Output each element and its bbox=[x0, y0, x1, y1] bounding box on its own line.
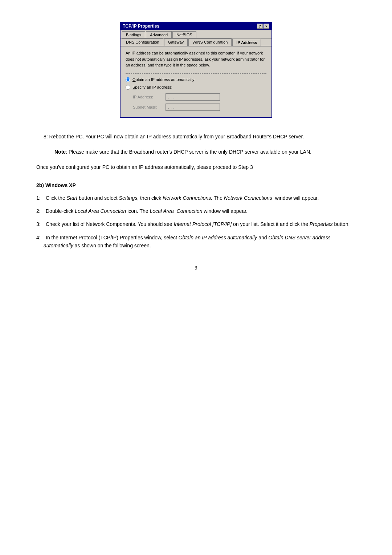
note-label: Note bbox=[54, 149, 66, 155]
subnet-mask-row: Subnet Mask: . . . bbox=[133, 104, 266, 111]
ip-dot3: . bbox=[173, 95, 174, 99]
dialog-container: TCP/IP Properties ? × Bindings Advanced … bbox=[29, 22, 363, 118]
tab-dns-configuration[interactable]: DNS Configuration bbox=[122, 39, 163, 46]
radio-specify-label: Specify an IP address: bbox=[132, 85, 172, 89]
note-paragraph: Note: Please make sure that the Broadban… bbox=[54, 148, 356, 156]
italic-local-area-connection: Local Area Connection bbox=[75, 208, 126, 214]
ip-address-input[interactable]: . . . bbox=[166, 93, 220, 101]
subnet-mask-input[interactable]: . . . bbox=[166, 104, 220, 111]
tab-advanced[interactable]: Advanced bbox=[146, 31, 172, 38]
radio-auto-rest: btain an IP address automatically bbox=[136, 77, 195, 82]
item-4-num: 4: bbox=[36, 234, 41, 242]
subnet-dot3: . bbox=[173, 105, 174, 109]
radio-auto[interactable] bbox=[126, 77, 130, 82]
item-2-content: Double-click Local Area Connection icon.… bbox=[44, 208, 248, 214]
italic-nc-window: Network Connections bbox=[224, 195, 272, 201]
radio-specify-rest: pecify an IP address: bbox=[135, 85, 172, 89]
proceed-text: Once you've configured your PC to obtain… bbox=[36, 163, 356, 171]
horizontal-rule bbox=[29, 261, 363, 261]
step-8-number: 8: bbox=[44, 134, 48, 139]
dialog-description: An IP address can be automatically assig… bbox=[126, 50, 266, 68]
instruction-item-3: 3: Check your list of Network Components… bbox=[36, 220, 356, 228]
ip-address-label: IP Address: bbox=[133, 95, 166, 99]
ip-dot1: . bbox=[168, 95, 169, 99]
help-button[interactable]: ? bbox=[257, 24, 263, 29]
tabs-row2: DNS Configuration Gateway WINS Configura… bbox=[121, 39, 271, 46]
instruction-item-2: 2: Double-click Local Area Connection ic… bbox=[36, 207, 356, 215]
tab-bindings[interactable]: Bindings bbox=[122, 31, 145, 38]
italic-obtain-ip: Obtain an IP address automatically bbox=[179, 235, 257, 240]
instruction-item-4: 4: In the Internet Protocol (TCP/IP) Pro… bbox=[36, 234, 356, 250]
item-3-content: Check your list of Network Components. Y… bbox=[44, 221, 350, 227]
close-button[interactable]: × bbox=[264, 24, 269, 29]
italic-internet-protocol: Internet Protocol [TCP/IP] bbox=[174, 221, 232, 227]
subnet-mask-label: Subnet Mask: bbox=[133, 105, 166, 109]
separator bbox=[126, 73, 266, 74]
item-3-num: 3: bbox=[36, 220, 41, 228]
radio-specify-option: Specify an IP address: bbox=[126, 85, 266, 90]
step-8-block: 8: Reboot the PC. Your PC will now obtai… bbox=[36, 133, 356, 141]
tcpip-dialog: TCP/IP Properties ? × Bindings Advanced … bbox=[120, 22, 272, 118]
tab-wins-configuration[interactable]: WINS Configuration bbox=[188, 39, 232, 46]
subnet-dot2: . bbox=[171, 105, 172, 109]
italic-start: Start bbox=[67, 195, 78, 201]
tabs-row1: Bindings Advanced NetBIOS bbox=[121, 30, 271, 39]
radio-auto-option: Obtain an IP address automatically bbox=[126, 77, 266, 82]
main-content: 8: Reboot the PC. Your PC will now obtai… bbox=[29, 133, 363, 250]
dialog-title: TCP/IP Properties bbox=[123, 24, 159, 29]
note-text: : Please make sure that the Broadband ro… bbox=[66, 149, 311, 155]
tab-ip-address[interactable]: IP Address bbox=[232, 39, 261, 46]
note-block: Note: Please make sure that the Broadban… bbox=[36, 148, 356, 156]
subnet-dot1: . bbox=[168, 105, 169, 109]
radio-auto-label: Obtain an IP address automatically bbox=[132, 77, 194, 82]
titlebar-buttons: ? × bbox=[257, 24, 269, 29]
step-8-text: 8: Reboot the PC. Your PC will now obtai… bbox=[44, 133, 356, 141]
italic-properties: Properties bbox=[310, 221, 333, 227]
tab-netbios[interactable]: NetBIOS bbox=[172, 31, 196, 38]
item-4-content: In the Internet Protocol (TCP/IP) Proper… bbox=[44, 235, 331, 248]
page-number: 9 bbox=[29, 265, 363, 271]
tab-gateway[interactable]: Gateway bbox=[164, 39, 188, 46]
italic-network-connections: Network Connections. bbox=[163, 195, 212, 201]
italic-settings: Settings bbox=[119, 195, 138, 201]
step-8-content: Reboot the PC. Your PC will now obtain a… bbox=[49, 134, 304, 139]
dialog-content: An IP address can be automatically assig… bbox=[121, 46, 271, 117]
item-1-content: Click the Start button and select Settin… bbox=[44, 195, 319, 201]
dialog-titlebar: TCP/IP Properties ? × bbox=[121, 23, 271, 30]
ip-dot2: . bbox=[171, 95, 172, 99]
instruction-item-1: 1: Click the Start button and select Set… bbox=[36, 194, 356, 202]
instruction-list: 1: Click the Start button and select Set… bbox=[36, 194, 356, 250]
item-2-num: 2: bbox=[36, 207, 41, 215]
ip-address-row: IP Address: . . . bbox=[133, 93, 266, 101]
radio-specify[interactable] bbox=[126, 85, 130, 90]
item-1-num: 1: bbox=[36, 194, 41, 202]
ip-fields: IP Address: . . . Subnet Mask: . . . bbox=[133, 93, 266, 111]
section-2b-header: 2b) Windows XP bbox=[36, 182, 356, 188]
italic-lac-window: Local Area Connection bbox=[150, 208, 202, 214]
radio-auto-underline-char: O bbox=[132, 77, 136, 82]
